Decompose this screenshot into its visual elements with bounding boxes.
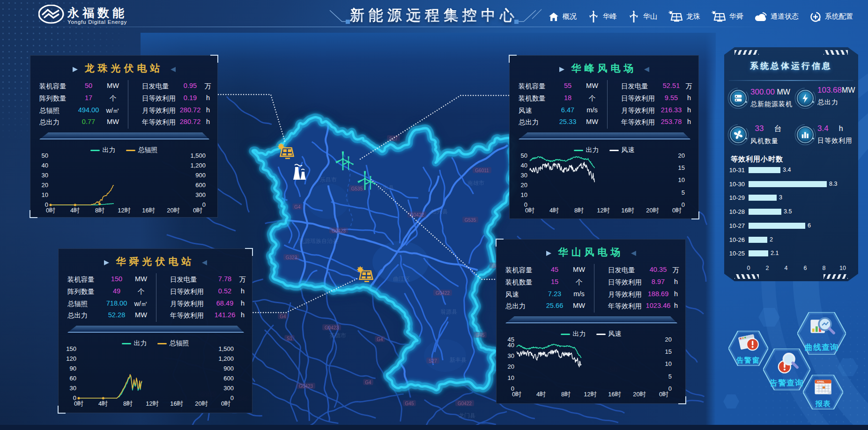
svg-text:4时: 4时 bbox=[549, 207, 559, 214]
svg-text:60: 60 bbox=[70, 375, 76, 382]
svg-text:10: 10 bbox=[521, 191, 527, 198]
svg-text:50: 50 bbox=[42, 153, 48, 159]
svg-text:0时: 0时 bbox=[193, 207, 202, 214]
svg-text:8时: 8时 bbox=[123, 400, 133, 407]
svg-text:4时: 4时 bbox=[98, 400, 108, 407]
svg-text:600: 600 bbox=[195, 182, 206, 189]
svg-text:30: 30 bbox=[42, 172, 48, 179]
svg-text:0时: 0时 bbox=[74, 400, 83, 407]
svg-text:120: 120 bbox=[66, 355, 76, 362]
svg-text:20: 20 bbox=[665, 337, 672, 343]
svg-text:15: 15 bbox=[665, 348, 672, 355]
svg-text:1,200: 1,200 bbox=[190, 162, 206, 169]
svg-text:45: 45 bbox=[508, 337, 514, 343]
svg-text:8时: 8时 bbox=[574, 207, 584, 214]
svg-text:10: 10 bbox=[42, 191, 48, 198]
svg-text:12时: 12时 bbox=[584, 391, 596, 398]
svg-text:20时: 20时 bbox=[646, 207, 659, 214]
svg-text:300: 300 bbox=[195, 191, 206, 198]
svg-text:20: 20 bbox=[42, 182, 48, 189]
svg-text:10: 10 bbox=[665, 360, 672, 367]
svg-text:8时: 8时 bbox=[561, 391, 571, 398]
svg-text:16时: 16时 bbox=[621, 207, 634, 214]
svg-text:10: 10 bbox=[678, 176, 685, 183]
svg-text:20: 20 bbox=[508, 363, 514, 370]
svg-text:4时: 4时 bbox=[536, 391, 546, 398]
svg-text:30: 30 bbox=[70, 385, 76, 392]
svg-text:900: 900 bbox=[195, 172, 206, 179]
svg-text:16时: 16时 bbox=[608, 391, 621, 398]
svg-text:5: 5 bbox=[682, 189, 685, 196]
svg-text:40: 40 bbox=[521, 162, 527, 169]
svg-text:600: 600 bbox=[223, 375, 234, 382]
svg-text:16时: 16时 bbox=[170, 400, 183, 407]
svg-text:20时: 20时 bbox=[167, 207, 179, 214]
svg-text:0: 0 bbox=[682, 201, 685, 208]
svg-text:0时: 0时 bbox=[525, 207, 534, 214]
svg-text:1,200: 1,200 bbox=[218, 355, 234, 362]
svg-text:50: 50 bbox=[521, 153, 527, 159]
svg-text:0时: 0时 bbox=[512, 391, 521, 398]
svg-text:16时: 16时 bbox=[142, 207, 155, 214]
svg-text:5: 5 bbox=[668, 373, 672, 380]
svg-text:APRIL: APRIL bbox=[817, 380, 825, 383]
svg-text:0时: 0时 bbox=[672, 207, 682, 214]
svg-text:12时: 12时 bbox=[597, 207, 609, 214]
svg-text:20时: 20时 bbox=[195, 400, 208, 407]
svg-text:20时: 20时 bbox=[633, 391, 645, 398]
svg-text:4时: 4时 bbox=[70, 207, 80, 214]
svg-text:1,500: 1,500 bbox=[218, 346, 234, 352]
svg-text:150: 150 bbox=[66, 346, 76, 352]
svg-text:20: 20 bbox=[678, 153, 685, 159]
svg-text:40: 40 bbox=[42, 162, 48, 169]
svg-text:30: 30 bbox=[521, 172, 527, 179]
svg-text:10: 10 bbox=[508, 374, 514, 381]
svg-text:8时: 8时 bbox=[95, 207, 104, 214]
svg-text:0时: 0时 bbox=[659, 391, 668, 398]
svg-text:0: 0 bbox=[668, 385, 672, 392]
svg-text:0时: 0时 bbox=[221, 400, 230, 407]
svg-text:900: 900 bbox=[223, 365, 234, 372]
svg-text:30: 30 bbox=[508, 352, 514, 359]
svg-text:90: 90 bbox=[70, 365, 76, 372]
svg-text:1,500: 1,500 bbox=[190, 153, 206, 159]
svg-text:15: 15 bbox=[678, 164, 685, 171]
svg-text:0: 0 bbox=[230, 394, 234, 401]
svg-text:20: 20 bbox=[521, 182, 527, 189]
svg-text:12时: 12时 bbox=[146, 400, 158, 407]
svg-text:0时: 0时 bbox=[46, 207, 55, 214]
svg-text:0: 0 bbox=[202, 201, 206, 208]
svg-text:300: 300 bbox=[223, 385, 234, 392]
svg-text:12时: 12时 bbox=[118, 207, 130, 214]
